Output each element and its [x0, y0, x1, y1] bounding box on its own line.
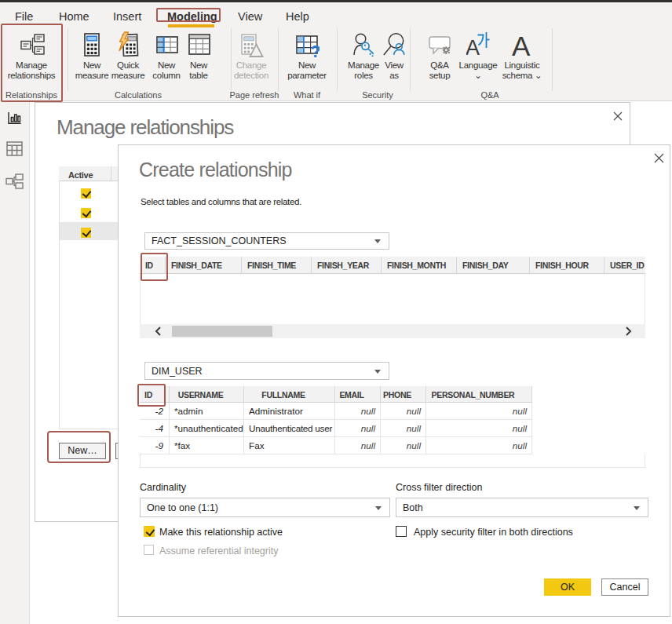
svg-text:A: A	[512, 32, 531, 57]
svg-text:A: A	[466, 36, 480, 57]
svg-text:?: ?	[311, 42, 320, 57]
